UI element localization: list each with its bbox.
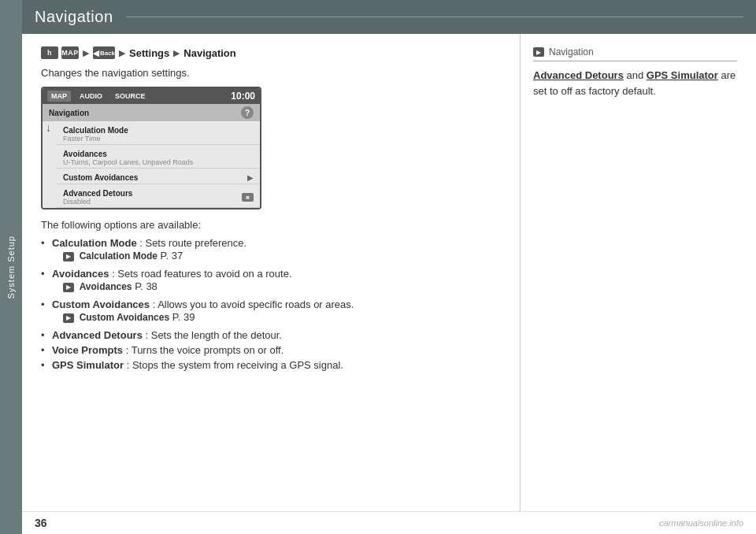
option-voice-desc: : Turns the voice prompts on or off.	[126, 344, 284, 356]
ref-page-avoid: P. 38	[135, 280, 158, 292]
screen-tab-source: SOURCE	[111, 91, 150, 102]
sidebar-label: System Setup	[6, 235, 16, 299]
screen-row-detours-title: Advanced Detours	[63, 189, 132, 198]
description: Changes the navigation settings.	[41, 67, 501, 79]
ref-text-calc: Calculation Mode	[80, 250, 158, 261]
option-gps-desc: : Stops the system from receiving a GPS …	[127, 359, 343, 371]
options-intro: The following options are available:	[41, 219, 501, 231]
sidebar: System Setup	[0, 0, 22, 534]
breadcrumb-arrow-3: ▶	[173, 48, 180, 58]
right-and-text: and	[624, 69, 647, 81]
screen-tab-map: MAP	[47, 91, 71, 102]
breadcrumb-arrow-2: ▶	[119, 48, 125, 58]
page-number: 36	[35, 517, 47, 529]
screen-header: MAP AUDIO SOURCE 10:00	[43, 88, 260, 104]
screen-row-detours: Advanced Detours Disabled ■	[57, 184, 260, 208]
main-content: Navigation h MAP ▶ ◀ Back ▶ Settings ▶ N…	[22, 0, 756, 534]
right-bold-detours: Advanced Detours	[533, 69, 624, 81]
breadcrumb-settings: Settings	[129, 47, 169, 59]
screen-nav-bar: Navigation ?	[43, 104, 260, 121]
option-calc-desc: : Sets route preference.	[139, 237, 246, 249]
option-avoid-ref: ▶ Avoidances P. 38	[52, 280, 501, 292]
list-item-calc: Calculation Mode : Sets route preference…	[41, 235, 501, 266]
screen-down-arrow-icon: ↓	[46, 121, 51, 134]
screen-time: 10:00	[231, 91, 255, 102]
list-item-avoidances: Avoidances : Sets road features to avoid…	[41, 266, 501, 297]
option-voice-label: Voice Prompts	[52, 344, 123, 356]
list-item-custom: Custom Avoidances : Allows you to avoid …	[41, 297, 501, 328]
option-detours-label: Advanced Detours	[52, 329, 143, 341]
option-avoid-label: Avoidances	[52, 268, 109, 280]
ref-text-custom: Custom Avoidances	[80, 312, 169, 323]
ref-page-calc: P. 37	[161, 250, 183, 261]
right-body: Advanced Detours and GPS Simulator are s…	[533, 68, 737, 98]
screen-row-detours-inner: Advanced Detours Disabled ■	[63, 189, 254, 206]
screen-row-custom: Custom Avoidances ▶	[57, 169, 260, 184]
right-section-icon: ▶	[533, 47, 544, 57]
screen-row-avoidances: Avoidances U-Turns, Carpool Lanes, Unpav…	[57, 145, 260, 169]
option-calc-ref: ▶ Calculation Mode P. 37	[52, 250, 501, 261]
page-header: Navigation	[22, 0, 756, 34]
list-item-voice: Voice Prompts : Turns the voice prompts …	[41, 343, 501, 358]
screen-row-calc-title: Calculation Mode	[63, 126, 254, 135]
ref-page-custom: P. 39	[172, 311, 195, 323]
screen-row-custom-arrow: ▶	[247, 173, 254, 182]
option-gps-label: GPS Simulator	[52, 359, 124, 371]
back-button[interactable]: ◀ Back	[93, 46, 115, 59]
screen-body: Navigation ? ↓ Calculation Mode Faster T…	[43, 104, 260, 208]
page-footer: 36 carmanualsonline.info	[22, 511, 756, 534]
screen-question-icon: ?	[241, 106, 254, 119]
option-custom-label: Custom Avoidances	[52, 299, 150, 310]
left-panel: h MAP ▶ ◀ Back ▶ Settings ▶ Navigation C…	[22, 34, 520, 511]
option-custom-ref: ▶ Custom Avoidances P. 39	[52, 311, 501, 323]
screen-row-avoid-title: Avoidances	[63, 150, 254, 158]
content-area: h MAP ▶ ◀ Back ▶ Settings ▶ Navigation C…	[22, 34, 756, 511]
ref-text-avoid: Avoidances	[80, 281, 132, 292]
screen-row-custom-inner: Custom Avoidances ▶	[63, 173, 254, 182]
breadcrumb-navigation: Navigation	[183, 47, 235, 59]
list-item-detours: Advanced Detours : Sets the length of th…	[41, 328, 501, 343]
screen-mockup: MAP AUDIO SOURCE 10:00 Navigation ? ↓ Ca…	[41, 87, 261, 210]
watermark: carmanualsonline.info	[659, 518, 743, 528]
option-avoid-desc: : Sets road features to avoid on a route…	[112, 268, 291, 280]
header-line	[126, 17, 743, 17]
list-item-gps: GPS Simulator : Stops the system from re…	[41, 358, 501, 373]
ref-icon-calc: ▶	[63, 252, 74, 261]
right-section-title: ▶ Navigation	[533, 46, 737, 61]
screen-row-calculation: Calculation Mode Faster Time	[57, 121, 260, 145]
ref-icon-custom: ▶	[63, 313, 74, 323]
option-detours-desc: : Sets the length of the detour.	[146, 329, 282, 341]
option-calc-label: Calculation Mode	[52, 237, 137, 249]
back-arrow-icon: ◀	[93, 49, 99, 57]
page-title: Navigation	[35, 8, 113, 26]
option-custom-desc: : Allows you to avoid specific roads or …	[153, 299, 354, 310]
screen-tab-audio: AUDIO	[76, 91, 106, 102]
screen-body-inner: ↓ Calculation Mode Faster Time Avoidance…	[43, 121, 260, 208]
home-icon: h	[41, 46, 58, 59]
breadcrumb: h MAP ▶ ◀ Back ▶ Settings ▶ Navigation	[41, 46, 501, 59]
screen-nav-label: Navigation	[49, 109, 89, 117]
right-panel: ▶ Navigation Advanced Detours and GPS Si…	[520, 34, 756, 511]
ref-icon-avoid: ▶	[63, 283, 74, 292]
screen-row-detours-badge: ■	[242, 193, 254, 202]
screen-row-custom-title: Custom Avoidances	[63, 173, 138, 182]
right-bold-gps: GPS Simulator	[647, 69, 718, 81]
screen-row-detours-content: Advanced Detours Disabled	[63, 189, 132, 206]
screen-row-calc-subtitle: Faster Time	[63, 135, 254, 143]
back-label: Back	[100, 50, 115, 57]
screen-row-avoid-subtitle: U-Turns, Carpool Lanes, Unpaved Roads	[63, 158, 254, 166]
right-section-label: Navigation	[549, 46, 594, 57]
screen-row-detours-subtitle: Disabled	[63, 198, 132, 206]
map-icon: MAP	[61, 46, 79, 59]
breadcrumb-arrow-1: ▶	[83, 48, 89, 58]
options-list: Calculation Mode : Sets route preference…	[41, 235, 501, 373]
